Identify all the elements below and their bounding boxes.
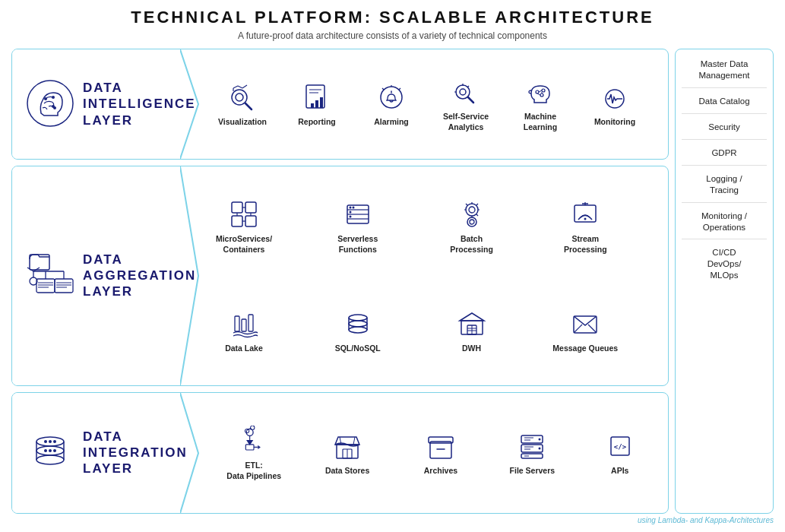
archives-item: Archives xyxy=(410,429,471,477)
svg-point-90 xyxy=(349,327,367,333)
archives-label: Archives xyxy=(424,466,457,477)
svg-line-10 xyxy=(238,86,242,88)
file-servers-item: File Servers xyxy=(502,429,562,477)
visualization-icon xyxy=(226,81,259,114)
monitoring-icon xyxy=(598,81,631,114)
svg-line-25 xyxy=(468,97,473,103)
svg-point-137 xyxy=(539,448,541,450)
self-service-item: Self-Service Analytics xyxy=(432,75,500,132)
svg-line-20 xyxy=(382,88,384,90)
integration-layer: DATA INTEGRATION LAYER xyxy=(11,392,669,514)
svg-rect-52 xyxy=(232,202,242,213)
svg-point-109 xyxy=(49,449,52,452)
svg-point-107 xyxy=(53,440,56,443)
right-panel-security: Security xyxy=(682,122,767,140)
svg-rect-45 xyxy=(55,279,73,293)
monitoring-label: Monitoring xyxy=(594,117,635,128)
dwh-label: DWH xyxy=(462,344,481,354)
svg-point-0 xyxy=(27,81,73,126)
data-lake-item: Data Lake xyxy=(210,307,278,354)
svg-point-1 xyxy=(44,97,47,100)
message-queues-icon xyxy=(568,307,602,340)
main-area: DATA INTELLIGENCE LAYER xyxy=(11,49,774,514)
svg-point-65 xyxy=(352,207,354,209)
intelligence-label-area: DATA INTELLIGENCE LAYER xyxy=(12,49,179,159)
svg-point-86 xyxy=(349,315,367,321)
svg-line-71 xyxy=(476,204,478,205)
svg-point-24 xyxy=(460,89,466,95)
sql-nosql-icon xyxy=(341,307,375,340)
svg-line-74 xyxy=(466,204,467,205)
svg-rect-53 xyxy=(245,202,256,213)
intelligence-layer: DATA INTELLIGENCE LAYER xyxy=(11,49,669,160)
svg-marker-113 xyxy=(247,441,252,445)
dwh-item: DWH xyxy=(438,307,506,354)
svg-rect-125 xyxy=(430,442,451,458)
aggregation-layer: DATA AGGREGATION LAYER xyxy=(11,166,669,386)
stream-processing-icon xyxy=(568,198,602,231)
machine-learning-item: Machine Learning xyxy=(506,75,575,132)
svg-line-28 xyxy=(467,86,469,87)
svg-line-99 xyxy=(588,325,597,333)
svg-point-31 xyxy=(540,93,543,97)
svg-line-34 xyxy=(537,93,540,95)
integration-title: DATA INTEGRATION LAYER xyxy=(77,429,188,477)
aggregation-icon xyxy=(24,247,77,304)
svg-point-18 xyxy=(381,87,402,108)
serverless-item: Serverless Functions xyxy=(324,198,392,255)
right-panel-logging: Logging / Tracing xyxy=(682,173,767,203)
aggregation-content: MicroServices/ Containers xyxy=(202,166,668,385)
integration-chevron xyxy=(179,393,202,513)
stream-processing-item: Stream Processing xyxy=(551,198,619,255)
intelligence-icon xyxy=(24,79,77,128)
microservices-item: MicroServices/ Containers xyxy=(210,198,278,255)
dwh-icon xyxy=(455,307,489,340)
file-servers-label: File Servers xyxy=(510,466,556,477)
svg-rect-41 xyxy=(36,279,55,293)
svg-line-21 xyxy=(399,88,400,90)
svg-point-80 xyxy=(584,218,587,220)
file-servers-icon xyxy=(515,429,549,463)
etl-item: ETL: Data Pipelines xyxy=(223,424,284,481)
serverless-label: Serverless Functions xyxy=(337,234,378,255)
visualization-label: Visualization xyxy=(218,117,267,128)
apis-icon: </> xyxy=(603,429,637,463)
right-panel: Master Data Management Data Catalog Secu… xyxy=(675,49,774,514)
self-service-label: Self-Service Analytics xyxy=(443,112,489,132)
layers-area: DATA INTELLIGENCE LAYER xyxy=(11,49,669,514)
svg-point-64 xyxy=(349,207,351,209)
apis-label: APIs xyxy=(611,466,628,477)
svg-point-102 xyxy=(36,455,64,464)
svg-marker-116 xyxy=(258,445,261,449)
svg-point-106 xyxy=(49,440,52,443)
data-stores-item: Data Stores xyxy=(315,429,380,477)
intelligence-content: Visualization xyxy=(202,49,668,159)
message-queues-label: Message Queues xyxy=(552,344,618,354)
aggregation-label-area: DATA AGGREGATION LAYER xyxy=(12,166,179,385)
reporting-label: Reporting xyxy=(298,117,336,128)
batch-processing-icon xyxy=(455,198,489,231)
svg-rect-126 xyxy=(429,437,453,443)
svg-point-30 xyxy=(542,89,545,92)
alarming-label: Alarming xyxy=(374,117,409,128)
svg-rect-114 xyxy=(246,445,255,450)
svg-text:</>: </> xyxy=(614,443,627,451)
batch-processing-item: Batch Processing xyxy=(438,198,506,255)
self-service-icon xyxy=(449,75,483,109)
stream-processing-label: Stream Processing xyxy=(564,234,607,255)
svg-line-98 xyxy=(574,325,582,333)
alarming-icon xyxy=(375,81,408,114)
data-stores-label: Data Stores xyxy=(325,466,369,477)
aggregation-title: DATA AGGREGATION LAYER xyxy=(77,252,196,300)
right-panel-monitoring-ops: Monitoring / Operations xyxy=(682,211,767,240)
reporting-icon xyxy=(300,81,334,114)
svg-rect-84 xyxy=(242,319,246,331)
svg-line-7 xyxy=(245,103,252,109)
reporting-item: Reporting xyxy=(283,81,351,128)
svg-point-77 xyxy=(470,220,474,224)
data-lake-icon xyxy=(227,307,261,340)
svg-line-32 xyxy=(539,90,542,92)
svg-point-76 xyxy=(467,217,476,226)
svg-rect-85 xyxy=(248,315,253,331)
page-title: TECHNICAL PLATFORM: SCALABLE ARCHITECTUR… xyxy=(11,8,774,27)
